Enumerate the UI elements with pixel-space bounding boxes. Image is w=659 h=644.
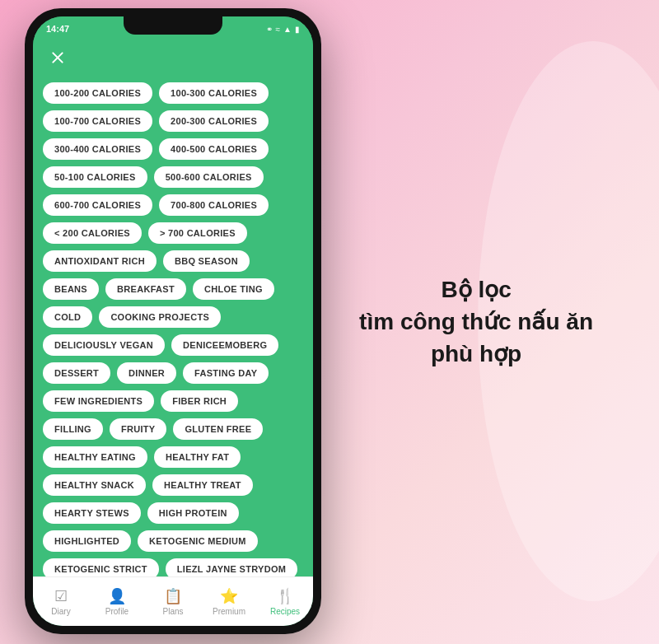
filter-tag[interactable]: BBQ SEASON [163, 250, 250, 272]
filter-tag[interactable]: FIBER RICH [161, 390, 238, 412]
filter-tag[interactable]: KETOGENIC STRICT [43, 558, 159, 576]
filter-tag[interactable]: KETOGENIC MEDIUM [138, 530, 258, 552]
filter-tag[interactable]: COOKING PROJECTS [99, 306, 221, 328]
filter-tag[interactable]: DINNER [117, 362, 176, 384]
filter-header [33, 41, 313, 77]
nav-item-profile[interactable]: 👤Profile [89, 587, 145, 616]
promo-text: Bộ lọc tìm công thức nấu ăn phù hợp [359, 273, 593, 371]
filter-tag[interactable]: 600-700 CALORIES [43, 194, 152, 216]
filter-tag[interactable]: FEW INGREDIENTS [43, 390, 154, 412]
filter-tag[interactable]: HEALTHY EATING [43, 446, 147, 468]
filter-tag[interactable]: HEALTHY SNACK [43, 474, 146, 496]
nav-label-profile: Profile [105, 607, 129, 616]
filter-tag[interactable]: 100-200 CALORIES [43, 82, 152, 104]
filter-tag[interactable]: COLD [43, 306, 92, 328]
tags-container: 100-200 CALORIES100-300 CALORIES100-700 … [33, 77, 313, 576]
nav-label-premium: Premium [213, 607, 245, 616]
nav-icon-profile: 👤 [108, 587, 126, 605]
promo-line2: tìm công thức nấu ăn [359, 306, 593, 338]
filter-tag[interactable]: DESSERT [43, 362, 110, 384]
filter-tag[interactable]: HEALTHY FAT [154, 446, 241, 468]
filter-tag[interactable]: 200-300 CALORIES [159, 110, 269, 132]
filter-tag[interactable]: DENICEEMOBERG [171, 334, 278, 356]
nav-item-premium[interactable]: ⭐Premium [201, 587, 257, 616]
filter-tag[interactable]: BREAKFAST [105, 278, 186, 300]
phone-device: 14:47 ⚭ ≈ ▲ ▮ 100-200 CALORIES100-300 CA… [25, 8, 321, 634]
bluetooth-icon: ⚭ [266, 25, 273, 34]
filter-tag[interactable]: 100-300 CALORIES [159, 82, 269, 104]
nav-label-recipes: Recipes [270, 607, 300, 616]
nav-icon-recipes: 🍴 [276, 587, 294, 605]
status-time: 14:47 [46, 24, 69, 34]
filter-tag[interactable]: > 700 CALORIES [148, 222, 247, 244]
filter-tag[interactable]: 500-600 CALORIES [154, 166, 264, 188]
filter-tag[interactable]: LIEZL JAYNE STRYDOM [166, 558, 297, 576]
nav-icon-premium: ⭐ [220, 587, 238, 605]
bottom-navigation: ☑Diary👤Profile📋Plans⭐Premium🍴Recipes [33, 576, 313, 626]
nav-label-plans: Plans [162, 607, 183, 616]
status-icons: ⚭ ≈ ▲ ▮ [266, 25, 300, 34]
phone-container: 14:47 ⚭ ≈ ▲ ▮ 100-200 CALORIES100-300 CA… [25, 8, 321, 634]
nav-label-diary: Diary [51, 607, 70, 616]
battery-icon: ▮ [295, 25, 300, 34]
nav-item-diary[interactable]: ☑Diary [33, 587, 89, 616]
filter-tag[interactable]: HEARTY STEWS [43, 502, 141, 524]
filter-tag[interactable]: 700-800 CALORIES [159, 194, 269, 216]
nav-icon-plans: 📋 [164, 587, 182, 605]
filter-tag[interactable]: 50-100 CALORIES [43, 166, 147, 188]
filter-tag[interactable]: < 200 CALORIES [43, 222, 142, 244]
signal-icon: ▲ [283, 25, 292, 34]
filter-tag[interactable]: FRUITY [110, 418, 167, 440]
promo-line1: Bộ lọc [359, 273, 593, 306]
filter-tag[interactable]: HEALTHY TREAT [152, 474, 253, 496]
filter-tag[interactable]: 100-700 CALORIES [43, 110, 152, 132]
filter-tag[interactable]: FILLING [43, 418, 103, 440]
filter-tag[interactable]: HIGHLIGHTED [43, 530, 131, 552]
nav-icon-diary: ☑ [54, 587, 68, 605]
phone-notch [124, 16, 222, 35]
filter-tag[interactable]: HIGH PROTEIN [147, 502, 239, 524]
filter-tag[interactable]: BEANS [43, 278, 99, 300]
nav-item-recipes[interactable]: 🍴Recipes [257, 587, 313, 616]
filter-tag[interactable]: 400-500 CALORIES [159, 138, 269, 160]
wifi-icon: ≈ [276, 25, 281, 34]
filter-tag[interactable]: CHLOE TING [193, 278, 274, 300]
phone-screen: 14:47 ⚭ ≈ ▲ ▮ 100-200 CALORIES100-300 CA… [33, 16, 313, 626]
nav-item-plans[interactable]: 📋Plans [145, 587, 201, 616]
promo-line3: phù hợp [359, 338, 593, 371]
filter-tag[interactable]: ANTIOXIDANT RICH [43, 250, 157, 272]
filter-tag[interactable]: FASTING DAY [183, 362, 269, 384]
filter-tag[interactable]: DELICIOUSLY VEGAN [43, 334, 165, 356]
filter-tag[interactable]: 300-400 CALORIES [43, 138, 152, 160]
filter-tag[interactable]: GLUTEN FREE [173, 418, 263, 440]
close-button[interactable] [46, 46, 69, 69]
